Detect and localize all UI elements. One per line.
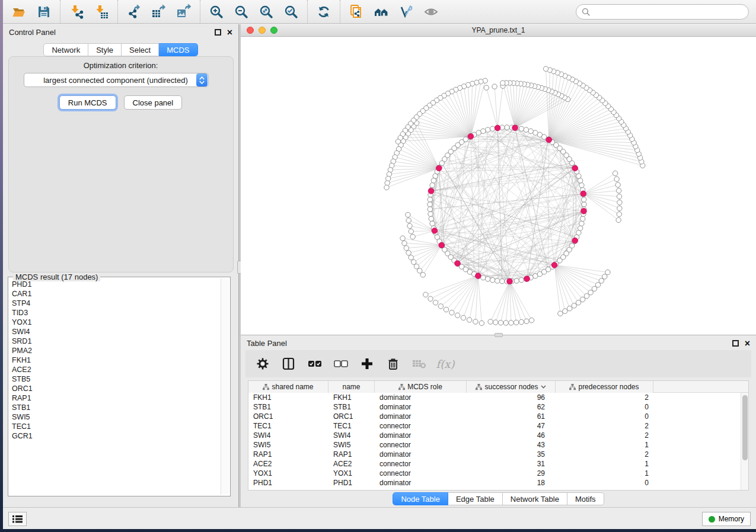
network-node[interactable] — [615, 182, 620, 187]
mcds-node-item[interactable]: TEC1 — [12, 422, 220, 431]
mcds-node-item[interactable]: STP4 — [12, 299, 220, 308]
network-node[interactable] — [404, 246, 409, 251]
network-node[interactable] — [455, 313, 460, 318]
network-node[interactable] — [580, 297, 585, 302]
network-hub-node[interactable] — [546, 137, 552, 143]
network-titlebar[interactable]: YPA_prune.txt_1 — [241, 24, 756, 37]
table-row[interactable]: SWI4SWI4dominator462 — [248, 431, 748, 440]
network-node[interactable] — [617, 206, 622, 210]
network-node[interactable] — [414, 264, 419, 269]
delete-column-button[interactable] — [384, 355, 402, 373]
network-node[interactable] — [616, 188, 621, 193]
mcds-node-item[interactable]: RAP1 — [12, 393, 220, 403]
network-node[interactable] — [524, 319, 529, 323]
network-node[interactable] — [616, 217, 621, 222]
network-node[interactable] — [385, 181, 390, 185]
table-row[interactable]: STB1STB1dominator620 — [248, 402, 748, 412]
column-header-shared-name[interactable]: shared name — [248, 381, 328, 393]
column-header-MCDS-role[interactable]: MCDS role — [375, 381, 467, 393]
network-node[interactable] — [430, 182, 435, 187]
network-node[interactable] — [429, 216, 433, 221]
network-node[interactable] — [438, 304, 443, 309]
network-node[interactable] — [428, 211, 433, 216]
network-node[interactable] — [579, 182, 584, 187]
network-node[interactable] — [402, 241, 407, 245]
network-node[interactable] — [524, 127, 528, 132]
network-node[interactable] — [407, 223, 412, 228]
network-node[interactable] — [614, 177, 619, 181]
close-panel-button[interactable]: Close panel — [124, 95, 183, 110]
maximize-window-icon[interactable] — [270, 27, 277, 34]
network-node[interactable] — [485, 127, 490, 132]
network-node[interactable] — [490, 277, 495, 282]
network-node[interactable] — [613, 171, 617, 175]
network-node[interactable] — [588, 290, 593, 295]
network-node[interactable] — [519, 319, 524, 324]
tab-network[interactable]: Network — [43, 43, 88, 56]
network-hub-node[interactable] — [580, 191, 586, 197]
task-history-button[interactable] — [8, 512, 27, 526]
table-row[interactable]: PHD1PHD1dominator180 — [248, 478, 748, 488]
network-node[interactable] — [563, 309, 567, 313]
mcds-result-scrollbar[interactable] — [221, 278, 229, 495]
export-table-button[interactable] — [146, 2, 171, 22]
import-table-button[interactable] — [89, 2, 114, 22]
network-from-selection-button[interactable] — [344, 2, 369, 22]
network-node[interactable] — [602, 274, 607, 279]
network-node[interactable] — [505, 125, 509, 130]
network-hub-node[interactable] — [468, 133, 474, 139]
network-node[interactable] — [528, 129, 533, 133]
network-canvas[interactable] — [241, 37, 756, 335]
network-node[interactable] — [411, 259, 416, 264]
network-node[interactable] — [433, 300, 438, 305]
network-hub-node[interactable] — [439, 242, 445, 248]
network-node[interactable] — [409, 229, 413, 233]
show-columns-button[interactable] — [280, 355, 298, 373]
network-node[interactable] — [428, 197, 432, 202]
network-hub-node[interactable] — [476, 273, 481, 279]
mcds-node-item[interactable]: ACE2 — [12, 365, 220, 374]
column-header-successor-nodes[interactable]: successor nodes — [467, 381, 556, 393]
table-settings-button[interactable] — [254, 355, 272, 373]
network-node[interactable] — [519, 126, 524, 131]
close-window-icon[interactable] — [247, 27, 254, 34]
network-node[interactable] — [428, 296, 433, 301]
mcds-node-item[interactable]: FKH1 — [12, 355, 220, 365]
tab-edge-table[interactable]: Edge Table — [448, 492, 503, 505]
float-panel-icon[interactable] — [215, 29, 221, 36]
network-node[interactable] — [495, 278, 500, 283]
mcds-node-item[interactable]: CAR1 — [12, 289, 220, 299]
network-node[interactable] — [599, 278, 604, 283]
network-node[interactable] — [529, 318, 534, 322]
network-node[interactable] — [406, 212, 410, 217]
mcds-node-item[interactable]: PMA2 — [12, 346, 220, 355]
network-node[interactable] — [595, 283, 600, 287]
network-hub-node[interactable] — [551, 262, 557, 268]
zoom-out-button[interactable] — [229, 2, 254, 22]
network-node[interactable] — [479, 321, 484, 325]
tab-network-table[interactable]: Network Table — [503, 492, 567, 505]
column-header-predecessor-nodes[interactable]: predecessor nodes — [556, 381, 653, 393]
mcds-node-item[interactable]: SWI4 — [12, 327, 220, 336]
network-node[interactable] — [384, 185, 389, 190]
network-node[interactable] — [509, 321, 513, 325]
mcds-node-item[interactable]: SWI5 — [12, 412, 220, 422]
network-node[interactable] — [578, 226, 582, 230]
network-node[interactable] — [430, 221, 435, 226]
network-node[interactable] — [400, 236, 405, 241]
network-node[interactable] — [567, 306, 572, 311]
mcds-node-item[interactable]: ORC1 — [12, 384, 220, 393]
mcds-node-item[interactable]: SRD1 — [12, 336, 220, 346]
mcds-node-item[interactable]: STB1 — [12, 403, 220, 412]
tab-mcds[interactable]: MCDS — [159, 43, 197, 56]
network-node[interactable] — [503, 321, 508, 325]
network-node[interactable] — [513, 320, 518, 325]
network-node[interactable] — [500, 279, 505, 284]
network-hub-node[interactable] — [581, 209, 587, 214]
apply-layout-button[interactable] — [311, 2, 336, 22]
network-hub-node[interactable] — [512, 125, 518, 131]
network-node[interactable] — [385, 176, 390, 181]
network-node[interactable] — [543, 66, 548, 71]
mcds-node-item[interactable]: PHD1 — [12, 280, 220, 289]
network-node[interactable] — [580, 216, 585, 221]
